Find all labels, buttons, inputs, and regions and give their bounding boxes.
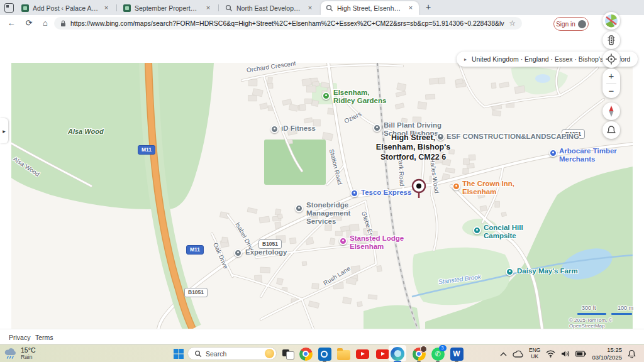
chrome-app[interactable]	[298, 346, 313, 361]
word-icon: W	[450, 348, 464, 361]
browser-tab-2[interactable]: September Property Auction: Wh ×	[118, 1, 216, 15]
map-copyright: © 2025 TomTom, © OpenStreetMap	[569, 317, 644, 329]
poi-pin[interactable]	[270, 125, 279, 133]
close-tab-icon[interactable]: ×	[204, 4, 213, 13]
tab-title: September Property Auction: Wh	[135, 4, 200, 12]
tab-title: High Street, Elsenham, Essex, CM	[337, 4, 402, 12]
poi-pin[interactable]	[350, 189, 358, 197]
home-icon[interactable]: ⌂	[39, 17, 52, 30]
taskbar-search[interactable]: Search	[187, 347, 277, 360]
tab-actions-icon[interactable]	[4, 3, 14, 13]
chevron-right-icon[interactable]: ▸	[464, 57, 467, 62]
streetside-button[interactable]	[602, 121, 620, 139]
poi-label[interactable]: Stansted Lodge Elsenham	[350, 234, 404, 251]
poi-label[interactable]: Stonebridge Management Services	[306, 201, 350, 226]
map-style-icon	[604, 14, 618, 28]
poi-label[interactable]: iD Fitness	[281, 124, 316, 133]
terms-link[interactable]: Terms	[35, 334, 53, 341]
poi-pin[interactable]	[506, 268, 514, 276]
zoom-in-button[interactable]: +	[602, 69, 620, 83]
poi-pin[interactable]	[452, 182, 460, 190]
chrome-profile-app[interactable]	[411, 346, 426, 361]
volume-icon[interactable]	[561, 350, 570, 358]
poi-label[interactable]: Expertology	[245, 248, 287, 256]
folder-icon	[337, 350, 350, 360]
poi-label[interactable]: Arbocare Timber Merchants	[559, 147, 617, 163]
privacy-link[interactable]: Privacy	[9, 334, 30, 341]
poi-pin[interactable]	[322, 92, 330, 100]
battery-icon[interactable]	[575, 351, 586, 357]
locate-me-button[interactable]	[602, 50, 620, 68]
traffic-button[interactable]	[602, 31, 620, 49]
close-tab-icon[interactable]: ×	[306, 4, 314, 13]
wood-label: Alsa Wood	[68, 128, 104, 135]
poi-pin[interactable]	[549, 149, 557, 157]
map-base	[11, 63, 633, 329]
chrome-icon	[299, 348, 313, 361]
back-icon[interactable]: ←	[5, 17, 18, 30]
youtube-app[interactable]	[355, 346, 370, 361]
refresh-icon[interactable]: ⟳	[23, 17, 35, 30]
compass-button[interactable]	[602, 102, 620, 120]
task-view-button[interactable]	[280, 346, 296, 361]
poi-pin[interactable]	[234, 249, 242, 257]
poi-label[interactable]: Daisy May's Farm	[517, 267, 578, 275]
address-bar[interactable]: https://www.bing.com/maps/search?FORM=HD…	[54, 17, 522, 30]
tab-title: North East Development Guide 2	[236, 4, 302, 12]
browser-toolbar: ← ⟳ ⌂ https://www.bing.com/maps/search?F…	[0, 15, 644, 32]
poi-label[interactable]: Elsenham, Ridley Gardens	[333, 89, 386, 105]
result-pin[interactable]	[410, 178, 428, 200]
scale-bar-m	[611, 313, 632, 315]
system-tray: ENGUK 15:2503/10/2025	[500, 345, 636, 362]
map-style-button[interactable]	[602, 12, 620, 30]
poi-label[interactable]: Concial Hill Campsite	[484, 224, 523, 240]
edge-app[interactable]	[390, 346, 405, 361]
weather-condition: Rain	[21, 354, 35, 361]
browser-tab-1[interactable]: Add Post ‹ Palace Auctions — Wo ×	[16, 1, 114, 15]
poi-pin[interactable]	[373, 124, 381, 132]
close-tab-icon[interactable]: ×	[102, 4, 111, 13]
map-canvas[interactable]	[11, 63, 633, 329]
clock[interactable]: 15:2503/10/2025	[592, 346, 622, 361]
notification-badge: 3	[439, 345, 447, 351]
close-tab-icon[interactable]: ×	[406, 4, 415, 13]
browser-signin-button[interactable]: Sign in	[553, 17, 589, 31]
poi-pin[interactable]	[295, 204, 303, 212]
onedrive-icon[interactable]	[513, 350, 523, 358]
zoom-out-button[interactable]: −	[602, 84, 620, 98]
browser-tab-3[interactable]: North East Development Guide 2 ×	[220, 1, 318, 15]
outlook-app[interactable]	[317, 346, 332, 361]
poi-label[interactable]: Tesco Express	[361, 189, 411, 197]
favorite-star-icon[interactable]: ☆	[509, 19, 516, 28]
poi-label[interactable]: The Crown Inn, Elsenham	[462, 180, 514, 196]
whatsapp-app[interactable]: ✆3	[430, 346, 445, 361]
scale-bar-ft	[577, 313, 606, 315]
chrome-icon	[413, 348, 426, 361]
weather-widget[interactable]: 15°C Rain	[4, 347, 35, 360]
new-tab-button[interactable]: +	[423, 2, 434, 13]
wifi-icon[interactable]	[546, 350, 555, 358]
profile-avatar-icon	[578, 20, 586, 28]
poi-label[interactable]: ESF CONSTRUCTION&LANDSCAPING	[447, 133, 579, 141]
browser-tab-strip: Add Post ‹ Palace Auctions — Wo × Septem…	[0, 0, 644, 15]
result-pin-label: High Street, Elsenham, Bishop's Stortfor…	[366, 133, 460, 162]
start-button[interactable]	[171, 346, 186, 361]
youtube-app-2[interactable]	[375, 346, 390, 361]
poi-pin[interactable]	[339, 237, 347, 245]
tray-chevron-icon[interactable]	[500, 352, 507, 356]
site-favicon	[21, 4, 29, 12]
site-favicon	[123, 4, 131, 12]
windows-logo-icon	[173, 348, 184, 359]
file-explorer-app[interactable]	[336, 346, 351, 361]
road-badge-b1051: B1051	[184, 288, 208, 297]
language-indicator[interactable]: ENGUK	[529, 348, 540, 360]
notifications-bell-icon[interactable]	[628, 349, 636, 358]
word-app[interactable]: W	[449, 346, 464, 361]
weather-sun-icon	[265, 349, 274, 358]
road-badge-m11: M11	[138, 145, 155, 155]
poi-pin[interactable]	[473, 226, 481, 234]
compass-needle-icon	[606, 105, 616, 118]
browser-tab-active[interactable]: High Street, Elsenham, Essex, CM ×	[321, 1, 419, 15]
panel-expander[interactable]: ▶	[0, 118, 8, 143]
search-favicon	[225, 4, 233, 12]
